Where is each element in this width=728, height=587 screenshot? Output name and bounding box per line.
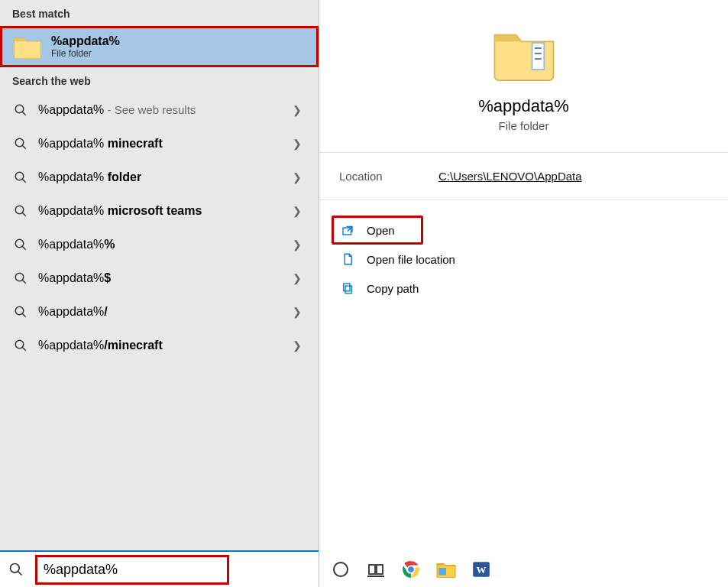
open-file-location-label: Open file location [367, 253, 455, 266]
chevron-right-icon: ❯ [288, 104, 306, 116]
word-icon[interactable]: W [471, 559, 492, 580]
open-action[interactable]: Open [332, 216, 423, 245]
web-results-list: %appdata% - See web results❯%appdata% mi… [0, 93, 319, 362]
svg-point-16 [11, 564, 20, 573]
web-result-label: %appdata%/ [38, 305, 288, 319]
chevron-right-icon: ❯ [288, 306, 306, 318]
chevron-right-icon: ❯ [288, 138, 306, 150]
web-result-item[interactable]: %appdata% microsoft teams❯ [0, 194, 319, 228]
svg-rect-33 [438, 568, 446, 576]
web-result-label: %appdata% folder [38, 170, 288, 184]
svg-point-8 [15, 239, 24, 248]
search-icon [8, 561, 24, 578]
svg-line-11 [22, 280, 26, 284]
open-file-location-action[interactable]: Open file location [332, 245, 716, 274]
search-input[interactable] [39, 557, 225, 582]
search-results-panel: Best match %appdata% File folder Search … [0, 0, 319, 587]
svg-line-9 [22, 246, 26, 250]
svg-point-26 [334, 563, 348, 576]
chevron-right-icon: ❯ [288, 171, 306, 183]
search-icon [12, 102, 29, 118]
web-result-item[interactable]: %appdata%/minecraft❯ [0, 329, 319, 362]
svg-line-15 [22, 347, 26, 351]
svg-point-0 [15, 105, 24, 113]
chevron-right-icon: ❯ [288, 238, 306, 251]
search-icon [12, 169, 29, 186]
location-link[interactable]: C:\Users\LENOVO\AppData [438, 170, 582, 183]
folder-icon [492, 26, 556, 81]
web-result-label: %appdata% minecraft [38, 137, 288, 151]
svg-line-7 [22, 212, 26, 216]
svg-rect-28 [377, 565, 383, 574]
svg-rect-25 [344, 284, 350, 291]
web-result-label: %appdata%$ [38, 271, 288, 285]
details-title: %appdata% [478, 96, 569, 116]
cortana-icon[interactable] [330, 559, 351, 580]
copy-path-action[interactable]: Copy path [332, 274, 716, 303]
best-match-item[interactable]: %appdata% File folder [0, 26, 319, 67]
taskview-icon[interactable] [365, 559, 387, 580]
search-icon [12, 203, 29, 219]
search-icon [12, 270, 29, 287]
copy-icon [339, 280, 356, 297]
folder-icon [13, 34, 42, 59]
svg-rect-18 [532, 43, 544, 70]
svg-text:W: W [477, 564, 487, 576]
search-icon [12, 337, 29, 354]
search-icon [12, 303, 29, 320]
svg-line-5 [22, 179, 26, 183]
web-result-label: %appdata% - See web results [38, 103, 288, 117]
web-result-item[interactable]: %appdata%$❯ [0, 261, 319, 295]
web-result-label: %appdata%/minecraft [38, 339, 288, 352]
svg-point-12 [15, 306, 24, 315]
file-explorer-icon[interactable] [435, 559, 457, 580]
web-result-item[interactable]: %appdata% - See web results❯ [0, 93, 319, 127]
search-icon [12, 236, 29, 253]
taskbar: W [319, 552, 728, 587]
web-result-label: %appdata%% [38, 238, 288, 251]
chevron-right-icon: ❯ [288, 339, 306, 352]
svg-rect-29 [367, 576, 384, 577]
best-match-title: %appdata% [51, 34, 120, 48]
open-label: Open [367, 224, 395, 237]
svg-point-10 [15, 273, 24, 281]
location-label: Location [339, 170, 438, 183]
svg-rect-24 [345, 286, 351, 294]
details-panel: %appdata% File folder Location C:\Users\… [319, 0, 728, 587]
svg-rect-27 [369, 565, 375, 574]
svg-line-3 [22, 145, 26, 149]
chevron-right-icon: ❯ [288, 272, 306, 284]
chrome-icon[interactable] [400, 559, 422, 580]
search-bar [0, 550, 319, 587]
copy-path-label: Copy path [367, 282, 419, 295]
location-row: Location C:\Users\LENOVO\AppData [319, 153, 728, 200]
web-result-item[interactable]: %appdata% minecraft❯ [0, 127, 319, 161]
svg-point-6 [15, 206, 24, 214]
search-web-header: Search the web [0, 67, 319, 93]
chevron-right-icon: ❯ [288, 205, 306, 217]
svg-line-1 [22, 112, 26, 115]
svg-point-2 [15, 138, 24, 147]
svg-point-14 [15, 340, 24, 349]
search-icon [12, 135, 29, 152]
svg-line-13 [22, 313, 26, 317]
file-location-icon [339, 251, 356, 268]
svg-line-17 [18, 572, 22, 576]
best-match-header: Best match [0, 0, 319, 26]
web-result-item[interactable]: %appdata%%❯ [0, 228, 319, 261]
details-subtitle: File folder [499, 119, 549, 132]
svg-point-4 [15, 172, 24, 180]
web-result-item[interactable]: %appdata%/❯ [0, 295, 319, 329]
web-result-item[interactable]: %appdata% folder❯ [0, 161, 319, 194]
web-result-label: %appdata% microsoft teams [38, 204, 288, 218]
best-match-subtitle: File folder [51, 48, 120, 59]
open-icon [339, 222, 356, 238]
